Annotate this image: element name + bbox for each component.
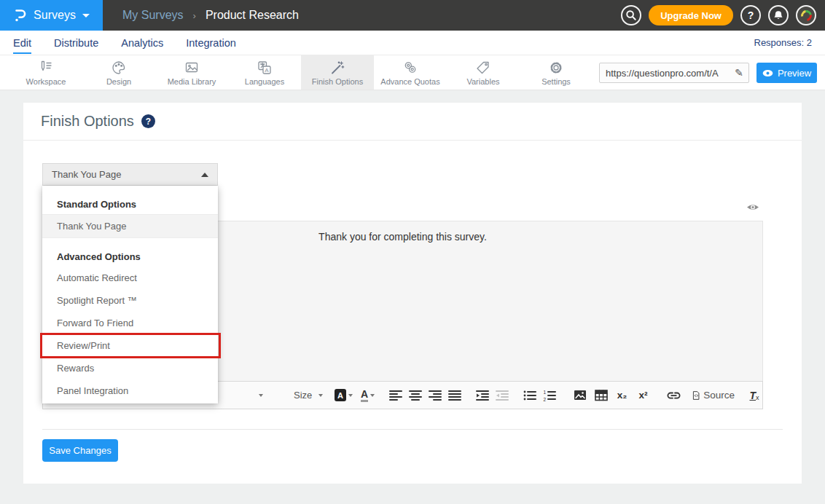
magic-wand-icon — [329, 60, 345, 76]
thank-you-preview-eye-icon[interactable] — [746, 202, 759, 212]
ribbon-item-finish-options[interactable]: Finish Options — [301, 55, 374, 90]
tag-icon — [475, 60, 491, 76]
card-header: Finish Options ? — [23, 103, 802, 141]
survey-nav-tabs: Edit Distribute Analytics Integration Re… — [0, 31, 825, 55]
decrease-indent-button[interactable] — [494, 386, 510, 405]
breadcrumb-separator: › — [193, 10, 196, 21]
numbered-list-button[interactable]: 12 — [541, 386, 558, 405]
ribbon-item-design[interactable]: Design — [82, 55, 155, 90]
topbar-actions: Upgrade Now ? — [621, 5, 825, 25]
translate-icon: A — [257, 60, 273, 76]
ribbon-item-advance-quotas[interactable]: Advance Quotas — [374, 55, 447, 90]
bell-icon — [773, 9, 784, 21]
dropdown-item-thank-you-page[interactable]: Thank You Page — [42, 214, 218, 238]
text-color-icon: A — [361, 389, 368, 402]
avatar-logo-icon — [799, 8, 814, 23]
svg-text:A: A — [265, 66, 269, 73]
breadcrumb-my-surveys[interactable]: My Surveys — [122, 9, 184, 22]
insert-table-button[interactable] — [593, 386, 609, 405]
user-avatar[interactable] — [796, 5, 816, 25]
dropdown-item-rewards[interactable]: Rewards — [42, 357, 218, 379]
dropdown-item-automatic-redirect[interactable]: Automatic Redirect — [42, 267, 218, 289]
question-mark-icon: ? — [748, 9, 754, 21]
workspace-icon — [38, 60, 54, 76]
notifications-button[interactable] — [768, 5, 789, 25]
remove-format-button[interactable]: T x — [746, 386, 762, 405]
save-changes-button[interactable]: Save Changes — [42, 439, 118, 462]
survey-url-input[interactable] — [600, 68, 733, 79]
questionpro-logo-icon — [13, 9, 27, 23]
search-icon — [625, 9, 637, 21]
tab-edit[interactable]: Edit — [13, 32, 31, 54]
chevron-down-icon — [82, 14, 90, 17]
breadcrumb: My Surveys › Product Research — [122, 9, 299, 22]
dropdown-item-panel-integration[interactable]: Panel Integration — [42, 379, 218, 402]
ribbon-item-settings[interactable]: Settings — [520, 55, 593, 90]
bulleted-list-button[interactable] — [522, 386, 538, 405]
align-justify-button[interactable] — [447, 386, 463, 405]
ribbon-item-media-library[interactable]: Media Library — [155, 55, 228, 90]
top-bar: Surveys My Surveys › Product Research Up… — [0, 0, 825, 31]
align-left-button[interactable] — [388, 386, 404, 405]
svg-text:2: 2 — [543, 396, 546, 401]
responses-count[interactable]: Responses: 2 — [754, 37, 813, 48]
ribbon-item-languages[interactable]: A Languages — [228, 55, 301, 90]
finish-option-dropdown: Standard Options Thank You Page Advanced… — [42, 186, 218, 403]
tab-analytics[interactable]: Analytics — [121, 32, 163, 54]
product-name: Surveys — [34, 9, 76, 22]
source-button[interactable]: Source — [692, 386, 735, 405]
ribbon-item-workspace[interactable]: Workspace — [9, 55, 82, 90]
align-right-button[interactable] — [427, 386, 443, 405]
dropdown-item-spotlight-report[interactable]: Spotlight Report ™ — [42, 289, 218, 312]
section-divider — [42, 429, 783, 430]
edit-url-pencil-icon[interactable]: ✎ — [733, 67, 748, 79]
gear-icon — [548, 60, 564, 76]
finish-options-help-icon[interactable]: ? — [141, 114, 155, 128]
page-title: Finish Options — [41, 113, 134, 130]
superscript-button[interactable]: x² — [636, 386, 652, 405]
chevron-down-icon — [318, 394, 323, 397]
chevron-up-icon — [201, 173, 208, 177]
format-combo-caret-icon[interactable] — [253, 386, 269, 405]
background-color-icon: A — [335, 389, 345, 401]
palette-icon — [111, 60, 127, 76]
svg-text:1: 1 — [543, 389, 546, 394]
tab-integration[interactable]: Integration — [186, 32, 236, 54]
dropdown-group-header: Advanced Options — [42, 247, 218, 267]
tab-distribute[interactable]: Distribute — [54, 32, 98, 54]
ribbon-item-variables[interactable]: Variables — [447, 55, 520, 90]
align-center-button[interactable] — [407, 386, 423, 405]
increase-indent-button[interactable] — [474, 386, 490, 405]
finish-option-select[interactable]: Thank You Page — [42, 163, 218, 186]
image-icon — [184, 60, 200, 76]
breadcrumb-current-survey: Product Research — [206, 9, 299, 22]
eye-icon — [762, 69, 773, 77]
font-size-combo[interactable]: Size — [294, 390, 323, 401]
insert-image-button[interactable] — [572, 386, 588, 405]
select-value: Thank You Page — [52, 169, 121, 180]
upgrade-now-button[interactable]: Upgrade Now — [649, 5, 733, 25]
survey-link-field: ✎ — [599, 63, 749, 83]
finish-options-card: Finish Options ? Thank You Page Thank yo… — [23, 103, 802, 484]
subscript-button[interactable]: x₂ — [614, 386, 630, 405]
surveys-product-menu[interactable]: Surveys — [0, 0, 103, 31]
search-button[interactable] — [621, 5, 641, 25]
dropdown-item-forward-to-friend[interactable]: Forward To Friend — [42, 312, 218, 334]
help-button[interactable]: ? — [740, 5, 761, 25]
chain-links-icon — [402, 60, 418, 76]
dropdown-item-review-print[interactable]: Review/Print — [42, 334, 218, 357]
text-color-button[interactable]: A — [360, 386, 376, 405]
dropdown-group-header: Standard Options — [42, 194, 218, 214]
background-color-button[interactable]: A — [335, 386, 352, 405]
preview-button[interactable]: Preview — [756, 63, 817, 83]
insert-link-button[interactable] — [666, 386, 682, 405]
